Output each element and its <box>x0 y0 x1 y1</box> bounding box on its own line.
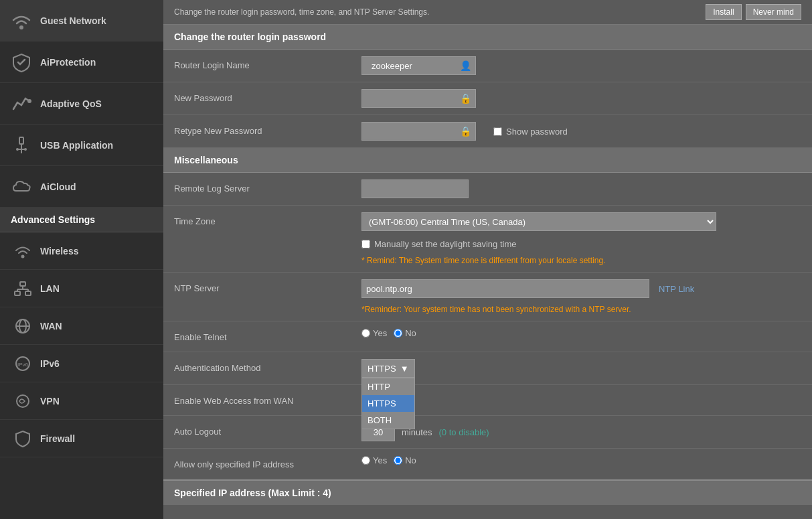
allow-ip-no-radio[interactable] <box>394 456 402 465</box>
new-password-input[interactable] <box>366 90 460 107</box>
sidebar-item-vpn[interactable]: VPN <box>0 382 163 420</box>
retype-password-label: Retype New Password <box>174 122 361 136</box>
allow-ip-value: Yes No <box>361 455 801 465</box>
telnet-yes-label: Yes <box>361 328 387 338</box>
auth-option-both[interactable]: BOTH <box>362 412 414 429</box>
ntp-warn: *Reminder: Your system time has not been… <box>361 305 631 314</box>
enable-telnet-label: Enable Telnet <box>174 328 361 342</box>
sidebar-item-aicloud[interactable]: AiCloud <box>0 166 163 208</box>
svg-point-1 <box>27 99 31 103</box>
retype-password-input-wrapper: 🔒 <box>361 122 476 141</box>
banner-text: Change the router login password, time z… <box>174 7 429 17</box>
allow-ip-no-label: No <box>394 455 416 465</box>
wan-icon <box>13 317 32 336</box>
install-button[interactable]: Install <box>706 4 741 20</box>
router-login-name-row: Router Login Name 👤 <box>163 50 812 82</box>
sidebar-item-adaptive-qos[interactable]: Adaptive QoS <box>0 83 163 125</box>
web-access-wan-value: No <box>361 392 801 402</box>
qos-icon <box>11 93 32 115</box>
allow-ip-row: Allow only specified IP address Yes No <box>163 449 812 479</box>
sidebar-item-ipv6[interactable]: IPv6 IPv6 <box>0 345 163 382</box>
main-content: Change the router login password, time z… <box>163 0 812 519</box>
sidebar-item-label: AiProtection <box>40 57 96 68</box>
sidebar-item-label: Guest Network <box>40 15 106 26</box>
usb-icon <box>11 135 32 156</box>
retype-password-input[interactable] <box>366 123 460 140</box>
advanced-settings-header: Advanced Settings <box>0 208 163 232</box>
auto-logout-value: minutes (0 to disable) <box>361 423 801 441</box>
sidebar-item-label: Adaptive QoS <box>40 98 102 109</box>
allow-ip-yes-radio[interactable] <box>361 456 370 465</box>
svg-point-0 <box>19 25 23 29</box>
auth-option-http[interactable]: HTTP <box>362 378 414 395</box>
time-zone-select[interactable]: (GMT-12:00) International Date Line West… <box>361 212 716 231</box>
sidebar-item-label: Wireless <box>40 246 78 256</box>
allow-ip-radios: Yes No <box>361 455 416 465</box>
remote-log-value <box>361 179 801 198</box>
svg-point-7 <box>21 254 25 258</box>
sidebar-item-label: IPv6 <box>40 358 60 369</box>
router-login-name-input[interactable] <box>366 57 460 74</box>
svg-rect-2 <box>19 137 23 144</box>
show-password-checkbox[interactable] <box>493 127 502 136</box>
auth-dropdown-button[interactable]: HTTPS ▼ <box>361 359 415 378</box>
vpn-icon <box>13 392 32 411</box>
telnet-no-radio[interactable] <box>394 329 402 338</box>
svg-point-20 <box>17 395 29 407</box>
new-password-row: New Password 🔒 <box>163 82 812 115</box>
router-login-name-value: 👤 <box>361 56 801 75</box>
svg-rect-8 <box>20 282 25 286</box>
sidebar: Guest Network AiProtection Adaptive QoS <box>0 0 163 519</box>
svg-point-5 <box>16 148 19 151</box>
never-mind-button[interactable]: Never mind <box>746 4 801 20</box>
sidebar-item-wireless[interactable]: Wireless <box>0 232 163 270</box>
wireless-icon <box>13 242 32 261</box>
sidebar-item-label: AiCloud <box>40 181 76 192</box>
remote-log-row: Remote Log Server <box>163 173 812 206</box>
remote-log-label: Remote Log Server <box>174 179 361 194</box>
lock-icon2: 🔒 <box>460 126 471 137</box>
auth-dropdown-wrapper: HTTPS ▼ HTTP HTTPS BOTH <box>361 359 415 378</box>
enable-telnet-value: Yes No <box>361 328 801 338</box>
misc-section-header: Miscellaneous <box>163 148 812 173</box>
retype-password-value: 🔒 Show password <box>361 122 801 141</box>
sidebar-item-usb-application[interactable]: USB Application <box>0 125 163 166</box>
sidebar-item-aiprotection[interactable]: AiProtection <box>0 42 163 83</box>
sidebar-item-label: USB Application <box>40 140 113 151</box>
telnet-no-label: No <box>394 328 416 338</box>
ntp-server-input[interactable] <box>361 279 649 298</box>
sidebar-item-label: Firewall <box>40 433 75 444</box>
allow-ip-yes-label: Yes <box>361 455 387 465</box>
time-zone-value: (GMT-12:00) International Date Line West… <box>361 212 801 265</box>
time-zone-row: Time Zone (GMT-12:00) International Date… <box>163 206 812 273</box>
ntp-link[interactable]: NTP Link <box>659 284 694 294</box>
remote-log-input[interactable] <box>361 179 469 198</box>
shield-icon <box>11 52 32 73</box>
sidebar-item-firewall[interactable]: Firewall <box>0 420 163 457</box>
specified-ip-header: Specified IP address (Max Limit : 4) <box>163 479 812 505</box>
retype-password-row: Retype New Password 🔒 Show password <box>163 115 812 148</box>
manually-dst-checkbox[interactable] <box>361 240 370 248</box>
sidebar-item-label: WAN <box>40 321 62 331</box>
web-access-wan-row: Enable Web Access from WAN No <box>163 385 812 416</box>
svg-text:IPv6: IPv6 <box>17 362 29 368</box>
sidebar-item-lan[interactable]: LAN <box>0 270 163 307</box>
allow-ip-label: Allow only specified IP address <box>174 455 361 469</box>
auth-dropdown-list: HTTP HTTPS BOTH <box>361 378 415 429</box>
firewall-icon <box>13 429 32 448</box>
auth-option-https[interactable]: HTTPS <box>362 395 414 412</box>
svg-rect-10 <box>25 291 31 295</box>
remind-text: * Remind: The System time zone is differ… <box>361 256 801 265</box>
ntp-server-label: NTP Server <box>174 279 361 293</box>
manually-dst-label: Manually set the daylight saving time <box>361 239 516 249</box>
sidebar-item-wan[interactable]: WAN <box>0 307 163 345</box>
sidebar-item-guest-network[interactable]: Guest Network <box>0 0 163 42</box>
password-section-header: Change the router login password <box>163 25 812 50</box>
auto-logout-label: Auto Logout <box>174 423 361 437</box>
show-password-label: Show password <box>493 127 568 137</box>
auth-method-value: HTTPS ▼ HTTP HTTPS BOTH <box>361 359 801 378</box>
minutes-hint: (0 to disable) <box>439 427 489 437</box>
telnet-yes-radio[interactable] <box>361 329 370 338</box>
time-zone-label: Time Zone <box>174 212 361 226</box>
lan-icon <box>13 279 32 298</box>
